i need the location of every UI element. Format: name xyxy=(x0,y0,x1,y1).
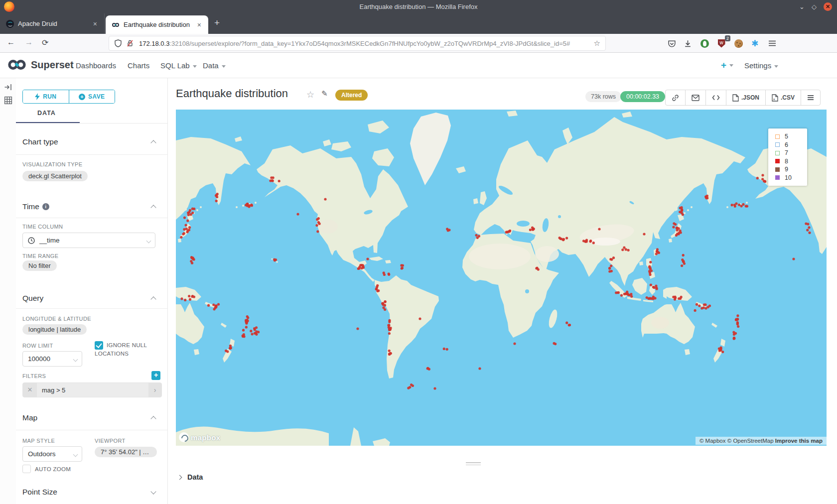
export-json-button[interactable]: .JSON xyxy=(726,90,766,105)
altered-badge[interactable]: Altered xyxy=(335,90,368,101)
legend-item[interactable]: 5 xyxy=(775,132,807,141)
row-limit-label: ROW LIMIT xyxy=(22,343,53,349)
time-column-select[interactable]: __time xyxy=(22,233,155,248)
chevron-right-icon xyxy=(177,475,182,480)
browser-titlebar: Earthquake distribution — Mozilla Firefo… xyxy=(0,0,837,13)
filter-chip[interactable]: ✕ mag > 5 › xyxy=(22,382,162,397)
superset-logo[interactable]: Superset xyxy=(7,59,74,71)
close-icon[interactable]: ✕ xyxy=(824,2,832,11)
containers-icon[interactable]: ✱ xyxy=(749,37,761,49)
improve-map-link[interactable]: Improve this map xyxy=(775,438,823,444)
legend-item[interactable]: 9 xyxy=(775,165,807,174)
minimize-icon[interactable]: ⌄ xyxy=(799,3,805,10)
tab-apache-druid[interactable]: Apache Druid × xyxy=(0,13,105,34)
cookie-icon[interactable] xyxy=(732,37,744,49)
section-time[interactable]: Timei xyxy=(22,202,49,211)
add-new-button[interactable]: + xyxy=(721,60,733,71)
save-button[interactable]: + SAVE xyxy=(69,90,115,103)
info-icon[interactable]: i xyxy=(42,203,49,210)
nav-sql-lab[interactable]: SQL Lab xyxy=(160,61,197,70)
copy-link-button[interactable] xyxy=(666,90,686,105)
nav-sql-lab-label: SQL Lab xyxy=(160,61,190,70)
embed-code-button[interactable] xyxy=(706,90,726,105)
section-point-size[interactable]: Point Size xyxy=(22,488,57,497)
export-csv-button[interactable]: x .CSV xyxy=(766,90,801,105)
nav-data[interactable]: Data xyxy=(203,61,226,70)
row-limit-select[interactable]: 100000 xyxy=(22,351,82,367)
downloads-icon[interactable] xyxy=(682,37,694,49)
menu-hamburger-icon[interactable] xyxy=(766,37,778,49)
mapbox-pin-icon xyxy=(179,432,189,442)
legend-swatch xyxy=(775,159,780,163)
reload-button[interactable]: ⟳ xyxy=(42,38,48,47)
visualization-type-label: VISUALIZATION TYPE xyxy=(22,161,83,167)
collapse-chevron-icon[interactable] xyxy=(150,140,156,145)
remove-filter-icon[interactable]: ✕ xyxy=(23,383,37,397)
ublock-shield-icon[interactable]: 2 xyxy=(715,37,727,49)
section-map[interactable]: Map xyxy=(22,413,37,422)
collapse-chevron-icon[interactable] xyxy=(150,296,156,302)
new-tab-button[interactable]: + xyxy=(214,17,220,28)
tracking-shield-icon[interactable] xyxy=(114,39,122,47)
email-button[interactable] xyxy=(686,90,706,105)
bookmark-star-icon[interactable]: ☆ xyxy=(594,39,600,48)
legend-item[interactable]: 8 xyxy=(775,157,807,166)
window-title: Earthquake distribution — Mozilla Firefo… xyxy=(0,3,837,10)
legend-item[interactable]: 7 xyxy=(775,149,807,157)
legend-item[interactable]: 6 xyxy=(775,141,807,149)
back-button[interactable]: ← xyxy=(7,38,15,47)
legend-item[interactable]: 10 xyxy=(775,174,807,182)
privacy-badger-icon[interactable] xyxy=(698,37,710,49)
pocket-icon[interactable] xyxy=(666,37,678,49)
chevron-right-icon[interactable]: › xyxy=(148,383,161,397)
auto-zoom-checkbox[interactable] xyxy=(22,465,31,473)
tab-data[interactable]: DATA xyxy=(37,110,56,117)
section-query[interactable]: Query xyxy=(22,294,43,303)
collapse-chevron-icon[interactable] xyxy=(150,416,156,421)
deckgl-scatterplot-map[interactable]: 5678910 mapbox © Mapbox © OpenStreetMap … xyxy=(176,110,827,446)
nav-settings[interactable]: Settings xyxy=(744,61,778,70)
save-label: SAVE xyxy=(88,93,105,100)
chart-menu-button[interactable] xyxy=(801,90,820,105)
forward-button[interactable]: → xyxy=(25,38,33,47)
data-panel-toggle[interactable]: Data xyxy=(178,473,203,481)
map-attribution: © Mapbox © OpenStreetMap Improve this ma… xyxy=(696,437,827,445)
run-button[interactable]: RUN xyxy=(23,90,69,103)
dataset-grid-icon[interactable] xyxy=(4,96,12,105)
map-style-value: Outdoors xyxy=(28,450,56,458)
row-limit-value: 100000 xyxy=(28,355,50,363)
favorite-star-icon[interactable]: ☆ xyxy=(306,89,314,100)
legend-swatch xyxy=(775,167,780,172)
brand-name: Superset xyxy=(31,59,74,71)
tab-earthquake-distribution[interactable]: Earthquake distribution × xyxy=(106,15,208,34)
viewport-value[interactable]: 7° 35' 54.02" | 31... xyxy=(95,447,157,457)
nav-charts[interactable]: Charts xyxy=(128,61,149,70)
edit-properties-icon[interactable]: ✎ xyxy=(321,89,328,98)
clock-icon xyxy=(28,237,35,244)
settings-label: Settings xyxy=(744,61,771,70)
add-filter-button[interactable]: + xyxy=(151,371,160,380)
nav-dashboards[interactable]: Dashboards xyxy=(76,61,116,70)
mapbox-logo[interactable]: mapbox xyxy=(179,432,220,442)
time-title: Time xyxy=(22,202,39,211)
divider xyxy=(16,123,168,124)
time-range-value[interactable]: No filter xyxy=(22,260,57,271)
tab-close-icon[interactable]: × xyxy=(194,21,204,29)
data-panel-title: Data xyxy=(187,473,203,481)
map-style-select[interactable]: Outdoors xyxy=(22,446,82,462)
visualization-type-value[interactable]: deck.gl Scatterplot xyxy=(22,171,88,181)
run-save-group: RUN + SAVE xyxy=(22,90,115,104)
expand-dataset-panel-icon[interactable] xyxy=(4,83,12,91)
collapse-chevron-icon[interactable] xyxy=(150,205,156,210)
insecure-lock-icon[interactable] xyxy=(126,39,134,47)
chart-actions-group: .JSON x .CSV xyxy=(665,90,821,106)
longitude-latitude-value[interactable]: longitude | latitude xyxy=(22,324,87,335)
divider xyxy=(16,218,168,218)
resize-gripper[interactable] xyxy=(466,462,481,467)
expand-chevron-icon[interactable] xyxy=(150,489,156,494)
section-chart-type[interactable]: Chart type xyxy=(22,137,58,146)
url-host: 172.18.0.3 xyxy=(139,40,169,47)
tab-close-icon[interactable]: × xyxy=(90,20,100,28)
url-input[interactable]: 172.18.0.3:32108/superset/explore/?form_… xyxy=(109,36,606,51)
maximize-icon[interactable]: ◇ xyxy=(812,3,817,10)
